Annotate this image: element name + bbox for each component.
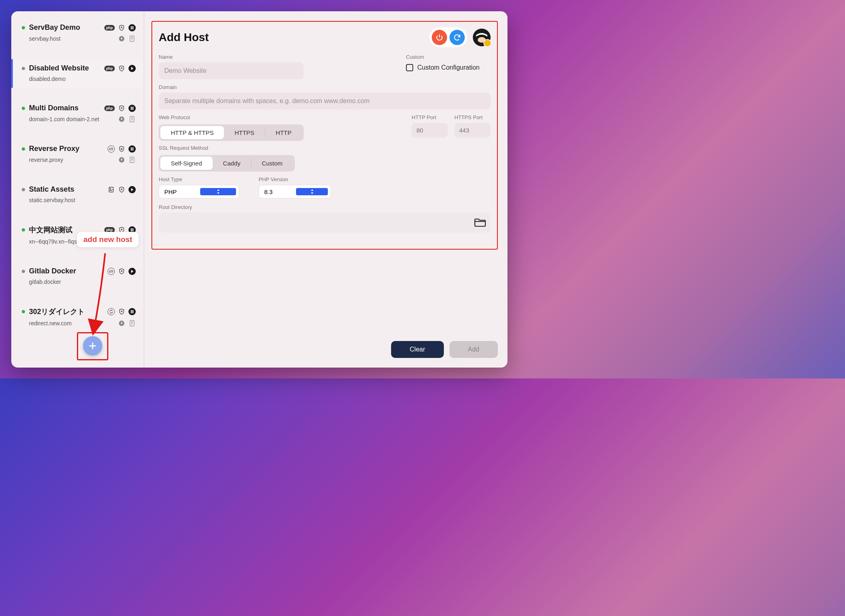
host-domain: disabled.demo [29,76,136,82]
https-port-input[interactable] [454,123,491,138]
host-item[interactable]: Gitlab Docker gitlab.docker [11,262,144,291]
shield-icon [118,65,125,72]
svg-point-26 [121,189,122,190]
status-dot-icon [22,26,25,29]
host-type-select[interactable]: PHP [159,185,239,198]
http-port-input[interactable] [412,123,448,138]
custom-label: Custom [406,54,491,60]
redirect-badge-icon [108,308,115,315]
ssl-option-caddy[interactable]: Caddy [213,157,251,170]
domain-input[interactable] [159,93,491,110]
svg-point-36 [121,311,122,312]
host-item[interactable]: Disabled Website php disabled.demo [11,59,144,88]
host-item[interactable]: 中文网站测试 php xn--6qq79v.xn--fiqs8s [11,220,144,251]
ssl-option-custom[interactable]: Custom [251,157,293,170]
play-icon[interactable] [128,268,136,275]
static-badge-icon [108,186,115,193]
status-dot-icon [22,67,25,70]
avatar[interactable] [473,29,491,46]
host-name: Disabled Website [29,64,104,72]
refresh-icon [453,33,461,41]
power-icon [435,33,443,41]
chevron-updown-icon [296,188,328,195]
note-icon[interactable] [128,35,136,42]
ssl-segmented: Self-Signed Caddy Custom [159,155,295,172]
svg-point-35 [121,271,122,272]
clear-button[interactable]: Clear [391,341,443,358]
name-label: Name [159,54,396,60]
root-dir-input[interactable] [160,214,470,231]
svg-rect-28 [131,228,132,232]
php-version-select[interactable]: 8.3 [259,185,331,198]
shield-icon [118,268,125,275]
proxy-badge-icon [108,268,115,275]
add-host-button[interactable] [83,336,102,356]
refresh-button[interactable] [449,30,465,45]
compass-icon[interactable] [118,35,125,42]
host-item[interactable]: Static Assets static.servbay.host [11,180,144,209]
host-name: Multi Domains [29,104,104,112]
php-badge-icon: php [104,105,115,111]
highlighted-form-area: Add Host [151,21,498,250]
ssl-option-selfsigned[interactable]: Self-Signed [160,157,213,170]
pause-icon[interactable] [128,226,136,234]
play-icon[interactable] [128,65,136,72]
php-badge-icon: php [104,66,115,71]
php-version-label: PHP Version [259,176,331,182]
name-input[interactable] [159,62,304,79]
note-icon[interactable] [128,156,136,163]
status-dot-icon [22,228,25,232]
shield-icon [118,186,125,193]
host-item[interactable]: 302リダイレクト redirect.new.com [11,302,144,333]
pause-icon[interactable] [128,24,136,31]
host-name: 中文网站测试 [29,225,104,235]
host-name: Reverse Proxy [29,145,108,153]
page-title: Add Host [159,31,429,44]
folder-browse-button[interactable] [474,217,487,228]
svg-point-27 [121,229,122,230]
note-icon[interactable] [128,238,136,245]
shield-icon [118,105,125,112]
pause-icon[interactable] [128,145,136,153]
host-item[interactable]: ServBay Demo php servbay.host [11,19,144,48]
svg-point-9 [121,107,122,109]
host-item[interactable]: Reverse Proxy reverse.proxy [11,140,144,169]
svg-rect-38 [133,310,133,313]
host-item[interactable]: Multi Domains php domain-1.com domain-2.… [11,99,144,128]
host-domain: xn--6qq79v.xn--fiqs8s [29,238,118,245]
protocol-option-both[interactable]: HTTP & HTTPS [160,126,224,139]
protocol-option-http[interactable]: HTTP [265,126,302,139]
status-dot-icon [22,310,25,313]
svg-rect-10 [131,107,132,110]
folder-icon [474,217,487,228]
note-icon[interactable] [128,116,136,123]
svg-rect-37 [131,310,132,313]
svg-rect-17 [131,147,132,151]
host-name: 302リダイレクト [29,307,108,316]
compass-icon[interactable] [118,238,125,245]
protocol-option-https[interactable]: HTTPS [224,126,265,139]
add-button[interactable]: Add [449,341,498,358]
pause-icon[interactable] [128,308,136,315]
ssl-label: SSL Request Method [159,145,491,151]
main-panel: Add Host [144,11,507,368]
compass-icon[interactable] [118,320,125,327]
status-dot-icon [22,147,25,151]
compass-icon[interactable] [118,156,125,163]
svg-rect-2 [133,26,133,29]
play-icon[interactable] [128,186,136,193]
power-button[interactable] [432,30,447,45]
host-domain: static.servbay.host [29,197,136,203]
host-type-label: Host Type [159,176,239,182]
status-dot-icon [22,188,25,191]
custom-config-checkbox[interactable] [406,64,413,71]
note-icon[interactable] [128,320,136,327]
status-dot-icon [22,270,25,273]
root-dir-label: Root Directory [159,204,491,210]
host-name: Static Assets [29,185,108,194]
pause-icon[interactable] [128,105,136,112]
compass-icon[interactable] [118,116,125,123]
host-type-value: PHP [164,188,200,195]
php-version-value: 8.3 [264,188,296,195]
plus-icon [88,341,97,350]
